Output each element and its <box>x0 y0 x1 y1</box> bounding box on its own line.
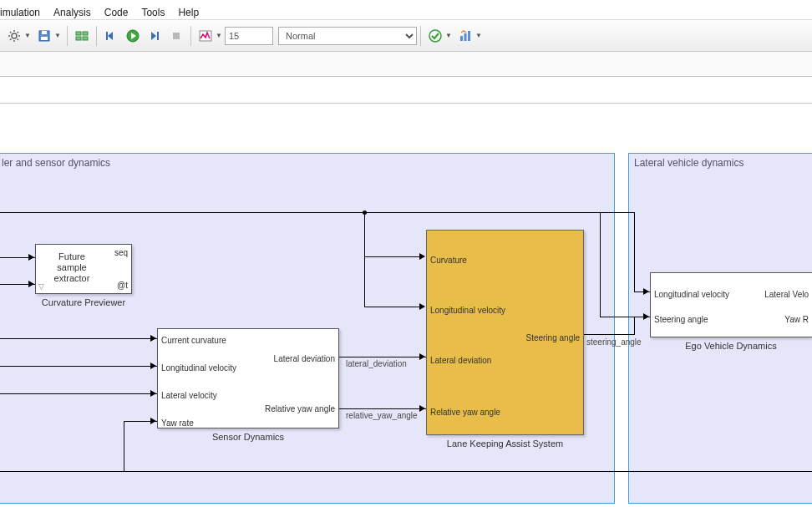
arrowhead-icon <box>150 390 156 397</box>
svg-rect-11 <box>173 33 180 39</box>
signal-line <box>0 393 157 394</box>
signal-line <box>339 357 426 357</box>
svg-point-13 <box>429 30 441 42</box>
signal-line <box>364 256 424 257</box>
signal-line <box>634 317 635 335</box>
menu-tools[interactable]: Tools <box>141 7 165 18</box>
block-label: Lane Keeping Assist System <box>426 439 584 449</box>
dropdown-icon[interactable]: ▼ <box>445 32 452 39</box>
arrowhead-icon <box>643 313 649 320</box>
svg-rect-4 <box>76 32 81 35</box>
block-label: Sensor Dynamics <box>157 432 339 442</box>
check-icon <box>429 29 442 43</box>
svg-rect-6 <box>76 37 81 40</box>
port-in-yaw-rate: Yaw rate <box>161 418 194 428</box>
port-out-rel-yaw: Relative yaw angle <box>265 404 335 413</box>
library-browser-button[interactable] <box>72 26 92 46</box>
signal-line <box>339 408 426 409</box>
block-ego-dynamics[interactable]: Longitudinal velocity Steering angle Lat… <box>650 272 812 337</box>
signal-label: relative_yaw_angle <box>346 411 418 420</box>
port-out-steering-angle: Steering angle <box>526 333 581 342</box>
signal-junction <box>363 210 367 215</box>
port-in-long-velocity: Longitudinal velocity <box>654 290 729 299</box>
scope-button[interactable] <box>195 26 216 46</box>
svg-rect-10 <box>157 32 159 40</box>
block-sensor-dynamics[interactable]: Current curvature Longitudinal velocity … <box>157 328 339 428</box>
play-icon <box>126 29 140 43</box>
block-label: Ego Vehicle Dynamics <box>650 341 812 351</box>
port-out-lat-deviation: Lateral deviation <box>274 354 335 363</box>
menu-help[interactable]: Help <box>178 7 199 18</box>
dropdown-icon[interactable]: ▼ <box>216 32 222 39</box>
gear-icon <box>8 29 21 43</box>
run-button[interactable] <box>123 26 143 46</box>
signal-line <box>634 212 635 292</box>
subsystem-title: ler and sensor dynamics <box>2 157 110 169</box>
svg-rect-15 <box>464 33 467 41</box>
step-back-button[interactable] <box>101 26 121 46</box>
arrowhead-icon <box>150 418 156 424</box>
disk-icon <box>38 29 51 43</box>
arrowhead-icon <box>419 253 425 260</box>
simulation-mode-select[interactable]: Normal <box>278 27 417 45</box>
check-button[interactable] <box>425 26 445 46</box>
stop-time-input[interactable] <box>225 27 273 45</box>
svg-rect-3 <box>41 37 48 40</box>
menu-bar: imulation Analysis Code Tools Help <box>0 0 812 20</box>
menu-analysis[interactable]: Analysis <box>53 7 91 18</box>
dropdown-icon[interactable]: ▼ <box>475 32 482 39</box>
menu-simulation[interactable]: imulation <box>0 7 40 18</box>
signal-line <box>364 256 365 307</box>
step-forward-icon <box>148 29 161 43</box>
svg-rect-2 <box>42 31 47 34</box>
port-at: @t <box>117 281 128 290</box>
signal-line <box>0 471 812 472</box>
separator <box>190 26 191 46</box>
port-out-yaw-rate: Yaw R <box>784 315 809 324</box>
step-forward-button[interactable] <box>145 26 165 46</box>
separator <box>96 26 97 46</box>
arrowhead-icon <box>643 288 649 295</box>
build-button[interactable] <box>455 26 475 46</box>
model-canvas[interactable]: ler and sensor dynamics Lateral vehicle … <box>0 104 812 507</box>
signal-line <box>584 334 634 335</box>
menu-code[interactable]: Code <box>104 7 129 18</box>
block-lkas[interactable]: Curvature Longitudinal velocity Lateral … <box>426 230 584 435</box>
arrowhead-icon <box>419 303 425 310</box>
separator <box>420 26 421 46</box>
port-seq: seq <box>114 248 128 257</box>
dropdown-icon[interactable]: ▼ <box>24 32 31 39</box>
port-in-curvature: Curvature <box>430 256 467 265</box>
step-back-icon <box>104 29 118 43</box>
subsystem-title: Lateral vehicle dynamics <box>634 157 743 169</box>
blocks-icon <box>75 29 89 43</box>
port-in-rel-yaw: Relative yaw angle <box>430 408 500 417</box>
signal-line <box>364 212 365 256</box>
svg-rect-7 <box>83 37 88 40</box>
separator <box>67 26 68 46</box>
arrowhead-icon <box>28 254 34 261</box>
block-curvature-previewer[interactable]: Future sample extractor seq @t ▽ <box>35 244 132 294</box>
explorer-bar <box>0 77 812 104</box>
port-in-long-velocity: Longitudinal velocity <box>161 363 236 373</box>
svg-rect-14 <box>460 36 463 41</box>
stop-icon <box>170 29 183 43</box>
signal-line <box>364 307 424 307</box>
arrowhead-icon <box>419 353 425 360</box>
port-in-steering-angle: Steering angle <box>654 315 708 324</box>
port-in-lat-deviation: Lateral deviation <box>430 356 491 365</box>
dropdown-icon[interactable]: ▼ <box>54 32 61 39</box>
signal-line <box>600 212 601 317</box>
signal-label: lateral_deviation <box>346 359 407 368</box>
arrowhead-icon <box>150 363 156 369</box>
stop-button[interactable] <box>166 26 186 46</box>
block-label: Curvature Previewer <box>35 297 132 307</box>
block-text: Future sample extractor <box>36 251 108 284</box>
svg-rect-8 <box>106 32 108 40</box>
signal-line <box>0 366 157 367</box>
save-button[interactable] <box>34 26 54 46</box>
signal-line <box>124 421 124 471</box>
svg-point-0 <box>12 33 17 38</box>
port-in-current-curvature: Current curvature <box>161 336 226 345</box>
model-config-button[interactable] <box>4 26 24 46</box>
